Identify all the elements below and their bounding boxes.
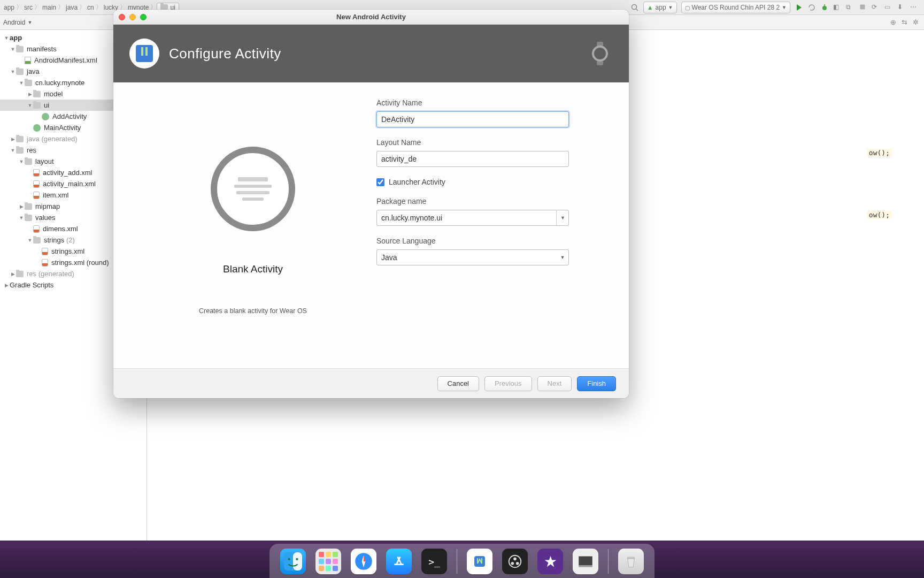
target-icon[interactable]: ⊕ xyxy=(890,18,896,26)
svg-marker-2 xyxy=(797,4,802,11)
svg-point-12 xyxy=(296,558,298,560)
svg-rect-16 xyxy=(474,556,485,567)
sync-icon[interactable]: ⟳ xyxy=(872,3,880,12)
code-fragment: ow(); xyxy=(867,211,892,219)
wear-os-icon xyxy=(587,41,613,66)
dock-app-obs[interactable] xyxy=(502,549,528,574)
source-language-dropdown[interactable]: ▼ xyxy=(376,249,569,265)
svg-rect-23 xyxy=(627,557,635,559)
project-view-dropdown[interactable]: Android ▼ xyxy=(3,19,32,26)
package-name-combobox[interactable]: ▼ xyxy=(376,210,569,226)
crumb[interactable]: app xyxy=(2,4,16,11)
package-name-label: Package name xyxy=(376,197,607,206)
svg-line-1 xyxy=(636,9,638,11)
finish-button[interactable]: Finish xyxy=(577,376,616,391)
run-config-module-dropdown[interactable]: ▲ app ▼ xyxy=(643,2,677,13)
svg-point-19 xyxy=(511,562,514,565)
chevron-down-icon[interactable]: ▼ xyxy=(556,249,569,265)
svg-point-18 xyxy=(513,558,517,561)
attach-debugger-icon[interactable]: ⧉ xyxy=(846,3,854,12)
svg-rect-22 xyxy=(579,565,592,567)
svg-rect-5 xyxy=(860,5,865,10)
svg-rect-7 xyxy=(597,61,603,65)
svg-rect-21 xyxy=(579,556,592,565)
dialog-footer: Cancel Previous Next Finish xyxy=(113,368,629,398)
template-description: Creates a blank activity for Wear OS xyxy=(199,307,307,315)
activity-name-input[interactable] xyxy=(376,111,569,127)
macos-dock: >_ ★ xyxy=(270,544,654,578)
svg-point-3 xyxy=(822,6,827,10)
launcher-activity-checkbox[interactable] xyxy=(376,178,384,186)
template-preview-image xyxy=(211,147,295,231)
svg-point-11 xyxy=(288,558,290,560)
dock-app-appstore[interactable] xyxy=(386,549,412,574)
android-studio-logo-icon xyxy=(129,39,159,69)
svg-rect-10 xyxy=(293,552,302,571)
activity-name-label: Activity Name xyxy=(376,98,607,107)
window-minimize-button[interactable] xyxy=(129,14,136,20)
chevron-down-icon[interactable]: ▼ xyxy=(556,210,569,226)
dialog-titlebar[interactable]: New Android Activity xyxy=(113,10,629,25)
window-close-button[interactable] xyxy=(119,14,125,20)
next-button[interactable]: Next xyxy=(537,376,572,391)
previous-button[interactable]: Previous xyxy=(484,376,532,391)
template-name: Blank Activity xyxy=(223,263,283,275)
dock-app-trash[interactable] xyxy=(618,549,644,574)
dock-app-preview[interactable] xyxy=(573,549,598,574)
dock-app-finder[interactable] xyxy=(280,549,306,574)
settings-icon[interactable]: ✲ xyxy=(913,18,919,26)
crumb[interactable]: main xyxy=(41,4,58,11)
more-icon[interactable]: ⋯ xyxy=(910,3,919,12)
desktop-background: >_ ★ xyxy=(0,541,924,578)
dock-divider xyxy=(457,549,457,574)
launcher-activity-label: Launcher Activity xyxy=(389,178,445,186)
layout-name-label: Layout Name xyxy=(376,138,607,147)
crumb[interactable]: src xyxy=(22,4,34,11)
svg-rect-6 xyxy=(597,42,603,46)
layout-name-input[interactable] xyxy=(376,151,569,167)
profiler-icon[interactable]: ◧ xyxy=(833,3,842,12)
dialog-title: New Android Activity xyxy=(336,13,406,21)
cancel-button[interactable]: Cancel xyxy=(437,376,479,391)
window-zoom-button[interactable] xyxy=(140,14,147,20)
source-language-label: Source Language xyxy=(376,237,607,245)
apply-changes-icon[interactable] xyxy=(807,3,816,12)
svg-point-8 xyxy=(593,47,607,60)
dialog-step-title: Configure Activity xyxy=(169,45,281,62)
dock-app-android-studio[interactable] xyxy=(467,549,492,574)
toolbar-right: ▲ app ▼ ▢ Wear OS Round Chin API 28 2 ▼ … xyxy=(630,0,919,15)
svg-point-0 xyxy=(632,5,636,10)
dock-app-terminal[interactable]: >_ xyxy=(421,549,447,574)
sdk-manager-icon[interactable]: ⬇ xyxy=(897,3,906,12)
new-activity-dialog: New Android Activity Configure Activity … xyxy=(113,10,629,398)
dock-app-safari[interactable] xyxy=(351,549,376,574)
dock-divider xyxy=(608,549,609,574)
svg-point-17 xyxy=(509,556,521,568)
debug-icon[interactable] xyxy=(820,3,829,12)
collapse-icon[interactable]: ⇆ xyxy=(902,18,907,26)
crumb[interactable]: cn xyxy=(86,4,96,11)
dialog-header: Configure Activity xyxy=(113,25,629,82)
dock-app-launchpad[interactable] xyxy=(315,549,341,574)
svg-point-20 xyxy=(516,562,519,565)
search-icon[interactable] xyxy=(630,3,639,12)
run-icon[interactable] xyxy=(795,3,803,12)
stop-icon[interactable] xyxy=(859,3,867,12)
crumb[interactable]: java xyxy=(64,4,79,11)
avd-manager-icon[interactable]: ▭ xyxy=(884,3,893,12)
dock-app-imovie[interactable]: ★ xyxy=(537,549,563,574)
code-fragment: ow(); xyxy=(867,149,892,157)
template-preview: Blank Activity Creates a blank activity … xyxy=(135,98,371,358)
device-selector-dropdown[interactable]: ▢ Wear OS Round Chin API 28 2 ▼ xyxy=(681,2,790,13)
